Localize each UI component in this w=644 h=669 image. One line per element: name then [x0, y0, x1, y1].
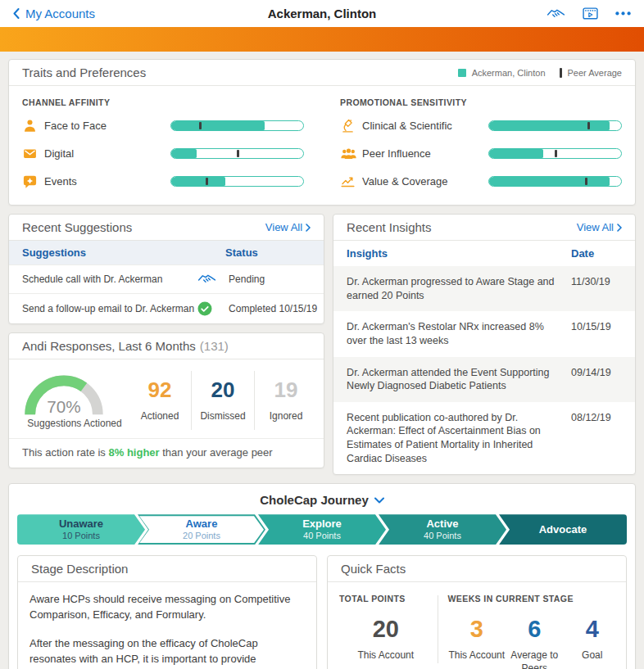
- insight-date: 09/14/19: [571, 366, 622, 393]
- journey-stage-explore[interactable]: Explore 40 Points: [258, 514, 386, 545]
- journey-stage-active[interactable]: Active 40 Points: [379, 514, 506, 545]
- suggestion-row[interactable]: Send a follow-up email to Dr. Ackerman C…: [9, 293, 324, 323]
- weeks-goal: 4 Goal: [564, 616, 622, 669]
- person-icon: [22, 118, 44, 133]
- action-rate-highlight: 8% higher: [109, 446, 160, 459]
- gauge-label: Suggestions Actioned: [20, 418, 129, 430]
- cholecap-journey-card: CholeCap Journey Unaware 10 Points Aware…: [8, 483, 636, 669]
- peer-legend-marker: [560, 68, 562, 78]
- trait-bar-fill: [489, 177, 610, 186]
- peer-average-marker: [555, 150, 557, 157]
- quick-facts-title: Quick Facts: [341, 562, 406, 576]
- trait-bar: [170, 148, 304, 159]
- trait-bar-fill: [171, 177, 225, 186]
- suggestions-title: Recent Suggestions: [22, 220, 132, 234]
- stat-dismissed: 20 Dismissed: [191, 371, 254, 430]
- header-actions: [546, 7, 631, 20]
- total-points-value: 20: [339, 616, 433, 643]
- suggestion-row[interactable]: Schedule call with Dr. Ackerman Pending: [9, 264, 324, 293]
- traits-title: Traits and Preferences: [22, 66, 146, 79]
- peer-average-marker: [585, 178, 587, 185]
- stat-actioned: 92 Actioned: [129, 371, 191, 430]
- more-icon[interactable]: [615, 11, 631, 16]
- journey-stage-aware-current[interactable]: Aware 20 Points: [138, 514, 265, 545]
- stage-description-title: Stage Description: [31, 562, 128, 576]
- stage-description-paragraph: After the messaging on the efficacy of C…: [29, 636, 305, 669]
- trait-row-peer-influence: Peer Influence: [340, 144, 622, 162]
- weeks-this-account: 3 This Account: [448, 616, 506, 669]
- andi-count: (131): [200, 339, 229, 353]
- insight-text: Dr. Ackerman's Restolar NRx increased 8%…: [347, 320, 571, 347]
- chart-icon: [340, 174, 362, 188]
- suggestion-text: Schedule call with Dr. Ackerman: [22, 273, 197, 285]
- journey-stages: Unaware 10 Points Aware 20 Points Explor…: [9, 514, 635, 545]
- stat-value: 19: [256, 377, 315, 403]
- account-legend-label: Ackerman, Clinton: [472, 68, 546, 78]
- insight-text: Dr. Ackerman progressed to Aware Stage a…: [347, 275, 571, 302]
- chevron-left-icon: [13, 8, 20, 19]
- andi-body: 70% Suggestions Actioned 92 Actioned 20: [9, 359, 324, 438]
- stat-label: Goal: [564, 649, 622, 662]
- insight-text: Recent publication co-authored by Dr. Ac…: [347, 411, 571, 466]
- trait-label: Face to Face: [44, 120, 170, 132]
- presentation-icon[interactable]: [583, 7, 598, 20]
- back-label: My Accounts: [25, 7, 95, 20]
- status-column-header: Status: [225, 246, 311, 259]
- promotional-sensitivity-column: PROMOTIONAL SENSITIVITY Clinical & Scien…: [340, 96, 622, 200]
- trait-bar: [488, 148, 622, 159]
- weeks-in-stage-section: WEEKS IN CURRENT STAGE 3 This Account 6 …: [448, 594, 621, 669]
- stat-value: 3: [448, 616, 506, 643]
- account-legend-swatch: [458, 69, 466, 77]
- promotional-sensitivity-heading: PROMOTIONAL SENSITIVITY: [340, 97, 622, 107]
- peer-average-marker: [587, 122, 590, 129]
- traits-body: CHANNEL AFFINITY Face to Face: [9, 86, 635, 205]
- stat-value: 6: [506, 616, 564, 643]
- recent-suggestions-card: Recent Suggestions View All Suggestions …: [8, 214, 324, 324]
- back-to-accounts-link[interactable]: My Accounts: [13, 7, 95, 20]
- insights-rows: Dr. Ackerman progressed to Aware Stage a…: [333, 266, 635, 474]
- quick-facts-divider: [438, 595, 438, 663]
- suggestions-actioned-gauge: 70% Suggestions Actioned: [20, 372, 129, 430]
- suggestions-view-all-link[interactable]: View All: [265, 221, 311, 233]
- trait-bar-fill: [171, 149, 197, 158]
- traits-card: Traits and Preferences Ackerman, Clinton…: [8, 59, 636, 206]
- total-points-label: This Account: [339, 649, 433, 662]
- trait-bar-fill: [489, 149, 543, 158]
- suggestions-column-header: Suggestions: [22, 246, 225, 259]
- insight-row[interactable]: Recent publication co-authored by Dr. Ac…: [333, 402, 635, 475]
- suggestions-table-header: Suggestions Status: [9, 241, 324, 264]
- andi-responses-card: Andi Responses, Last 6 Months (131) 70% …: [8, 332, 324, 468]
- trait-row-value-coverage: Value & Coverage: [340, 172, 622, 190]
- insight-row[interactable]: Dr. Ackerman's Restolar NRx increased 8%…: [333, 311, 635, 356]
- stat-value: 92: [130, 377, 189, 403]
- trait-label: Value & Coverage: [362, 175, 488, 188]
- insights-column-header: Insights: [347, 247, 571, 260]
- insight-row[interactable]: Dr. Ackerman progressed to Aware Stage a…: [333, 266, 635, 311]
- trait-bar: [488, 120, 622, 131]
- chevron-right-icon: [617, 224, 622, 232]
- main-content: Traits and Preferences Ackerman, Clinton…: [0, 52, 644, 669]
- handshake-icon: [197, 273, 229, 286]
- stage-description-header: Stage Description: [18, 556, 316, 582]
- peer-average-marker: [237, 150, 239, 157]
- journey-title: CholeCap Journey: [260, 493, 369, 507]
- andi-card-header: Andi Responses, Last 6 Months (131): [9, 333, 324, 359]
- journey-stage-unaware[interactable]: Unaware 10 Points: [17, 514, 145, 545]
- stat-label: Actioned: [130, 410, 189, 422]
- channel-affinity-column: CHANNEL AFFINITY Face to Face: [22, 96, 304, 200]
- insights-view-all-link[interactable]: View All: [577, 221, 622, 233]
- suggestions-card-header: Recent Suggestions View All: [9, 215, 324, 241]
- trait-label: Peer Influence: [362, 147, 488, 160]
- envelope-icon: [22, 146, 44, 161]
- journey-stage-advocate[interactable]: Advocate: [499, 514, 627, 545]
- trait-label: Events: [44, 175, 170, 188]
- people-icon: [340, 147, 362, 160]
- traits-card-header: Traits and Preferences Ackerman, Clinton…: [9, 60, 635, 86]
- stat-label: Average to Peers: [506, 649, 564, 669]
- handshake-icon[interactable]: [546, 7, 565, 20]
- gauge-value: 70%: [47, 397, 80, 416]
- microscope-icon: [340, 118, 362, 133]
- stat-value: 20: [193, 377, 252, 403]
- insight-row[interactable]: Dr. Ackerman attended the Event Supporti…: [333, 357, 635, 402]
- journey-title-toggle[interactable]: CholeCap Journey: [9, 484, 635, 514]
